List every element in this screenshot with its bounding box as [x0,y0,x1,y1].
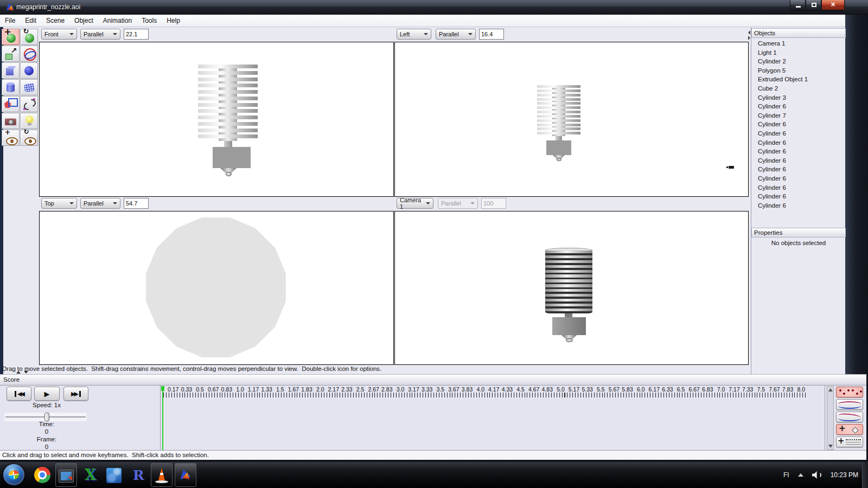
show-desktop-button[interactable] [862,462,868,488]
heater-block [546,140,571,155]
time-marker-handle[interactable] [161,386,164,391]
move-keyframes-mode-button[interactable] [836,424,863,435]
cylinder-6-object-item[interactable]: Cylinder 6 [751,147,846,156]
tools-menu[interactable]: Tools [137,15,162,27]
cylinder-6-object-item[interactable]: Cylinder 6 [751,183,846,192]
cylinder-7-object-item[interactable]: Cylinder 7 [751,111,846,120]
create-curve-tool[interactable] [20,96,38,112]
object-menu[interactable]: Object [69,15,98,27]
viewport4-view-dropdown[interactable]: Camera 1 [397,198,433,209]
pan-view-tool[interactable] [2,130,20,146]
clock[interactable]: 10:23 PM [831,471,858,479]
start-button[interactable] [3,464,24,485]
move-object-tool[interactable] [2,29,20,45]
file-menu[interactable]: File [0,15,20,27]
rotate-object-tool[interactable] [20,29,38,45]
art-of-illusion-taskbar-button[interactable] [175,463,196,487]
score-splitter-up[interactable] [16,371,21,374]
window-title: megaprintr_nozzle.aoi [16,3,80,11]
speed-slider[interactable] [4,413,87,421]
image-app-taskbar-button[interactable] [103,463,125,487]
animation-menu[interactable]: Animation [98,15,137,27]
polygon-5-object-item[interactable]: Polygon 5 [751,66,846,75]
rotate-object-tool-icon [23,30,36,43]
create-cube-tool[interactable] [2,62,20,79]
cylinder-6-object-item[interactable]: Cylinder 6 [751,192,846,201]
viewport3-scale-field[interactable] [124,198,149,209]
xming-taskbar-button[interactable] [79,463,101,487]
cylinder-6-object-item[interactable]: Cylinder 6 [751,138,846,147]
create-cylinder-tool[interactable] [2,79,20,95]
viewport-top[interactable] [39,211,394,365]
extruded-object-1-object-item[interactable]: Extruded Object 1 [751,75,846,84]
cylinder-3-object-item[interactable]: Cylinder 3 [751,93,846,102]
help-menu[interactable]: Help [162,15,185,27]
create-camera-tool[interactable] [2,113,20,129]
language-indicator[interactable]: FI [783,471,789,479]
screen-viewer-taskbar-button[interactable] [55,463,77,487]
cylinder-6-object-item[interactable]: Cylinder 6 [751,129,846,138]
viewport-left[interactable] [394,42,749,197]
close-button[interactable]: × [821,0,845,10]
rotate-view-tool-icon [23,131,36,144]
scroll-down-icon[interactable] [828,445,833,448]
create-sphere-tool[interactable] [20,62,38,79]
keyframe-dots-mode-button[interactable] [836,387,863,397]
taskbar-apps [31,463,196,487]
slider-thumb[interactable] [44,413,49,421]
viewport3-projection-dropdown[interactable]: Parallel [80,198,120,209]
collapse-left-icon [748,30,750,35]
properties-message: No objects selected [751,240,846,246]
light-1-object-item[interactable]: Light 1 [751,48,846,57]
maximize-button[interactable] [806,0,821,10]
resize-object-tool[interactable] [2,46,20,62]
create-light-tool[interactable] [20,113,38,129]
create-spline-mesh-tool[interactable] [20,79,38,95]
timeline-ruler-labels: 0.170.330.50.670.831.01.171.331.51.671.8… [167,386,808,393]
viewport1-scale-field[interactable] [124,29,149,40]
camera-1-object-item[interactable]: Camera 1 [751,39,846,48]
r-app-taskbar-button[interactable] [127,463,149,487]
edit-menu[interactable]: Edit [20,15,41,27]
curves-mode-button[interactable] [836,399,863,410]
cylinder-6-object-item[interactable]: Cylinder 6 [751,174,846,183]
chrome-taskbar-button[interactable] [31,463,53,487]
viewport1-projection-dropdown[interactable]: Parallel [80,29,120,40]
heater-block [213,147,251,168]
vlc-taskbar-button[interactable] [151,463,173,487]
cylinder-6-object-item[interactable]: Cylinder 6 [751,102,846,111]
transform-object-tool[interactable] [20,46,38,62]
cylinder-6-object-item[interactable]: Cylinder 6 [751,120,846,129]
create-cylinder-tool-icon [4,81,17,94]
viewport2-view-dropdown[interactable]: Left [397,29,431,40]
create-polygon-tool[interactable] [2,96,20,112]
play-button[interactable] [34,387,60,401]
viewport3-view-dropdown[interactable]: Top [41,198,77,209]
rotate-view-tool[interactable] [20,130,38,146]
cylinder-2-object-item[interactable]: Cylinder 2 [751,57,846,66]
scroll-up-icon[interactable] [828,388,833,391]
move-track-mode-button[interactable] [836,436,863,447]
viewport2-scale-field[interactable] [479,29,504,40]
tray-expand-icon[interactable] [798,473,803,477]
cube-2-object-item[interactable]: Cube 2 [751,84,846,93]
minimize-button[interactable] [790,0,806,10]
cylinder-6-object-item[interactable]: Cylinder 6 [751,201,846,210]
score-splitter-down[interactable] [24,371,28,374]
scene-menu[interactable]: Scene [41,15,69,27]
viewport-front[interactable] [39,42,394,197]
rewind-button[interactable] [7,387,31,401]
viewport-camera[interactable] [394,211,749,365]
score-scrollbar[interactable] [827,386,834,450]
viewport1-view-dropdown[interactable]: Front [41,29,77,40]
cylinder-6-object-item[interactable]: Cylinder 6 [751,165,846,174]
time-marker[interactable] [162,386,163,450]
cylinder-6-object-item[interactable]: Cylinder 6 [751,156,846,165]
volume-icon[interactable] [812,471,822,479]
viewport2-projection-dropdown[interactable]: Parallel [436,29,476,40]
camera-object-glyph [729,166,734,169]
objects-list: Camera 1Light 1Cylinder 2Polygon 5Extrud… [751,39,846,210]
curves-mode-alt-button[interactable] [836,412,863,422]
fast-forward-button[interactable] [63,387,88,401]
viewport1-projection-value: Parallel [84,31,104,37]
